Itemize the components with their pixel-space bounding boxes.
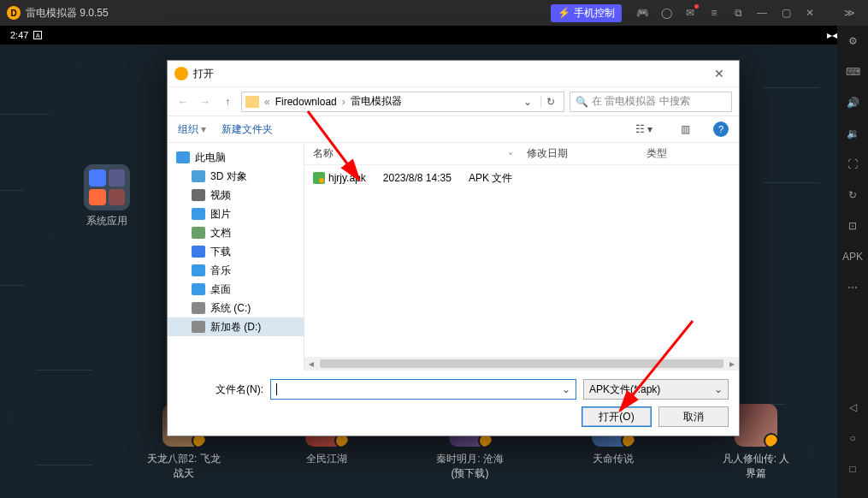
preview-pane-button[interactable]: ▥ xyxy=(672,121,698,138)
tree-item[interactable]: 桌面 xyxy=(168,280,304,299)
filetype-select[interactable]: APK文件(*.apk) ⌄ xyxy=(583,379,729,400)
breadcrumb-segment[interactable]: 雷电模拟器 xyxy=(351,94,402,109)
folder-icon xyxy=(245,96,259,108)
ld-badge-icon xyxy=(764,433,777,447)
file-name: hjrjy.apk xyxy=(328,172,366,184)
search-placeholder: 在 雷电模拟器 中搜索 xyxy=(592,94,690,109)
fullscreen-icon[interactable]: ⛶ xyxy=(842,154,863,175)
breadcrumb-segment[interactable]: Firedownload xyxy=(275,96,337,108)
folder-icon xyxy=(84,164,130,210)
minimize-button[interactable]: — xyxy=(752,3,772,23)
dialog-title: 打开 xyxy=(193,67,706,81)
install-apk-icon[interactable]: APK xyxy=(842,246,863,267)
tree-item[interactable]: 系统 (C:) xyxy=(168,299,304,317)
dialog-close-button[interactable]: ✕ xyxy=(706,67,732,80)
nav-back-button[interactable]: ← xyxy=(174,93,192,110)
organize-button[interactable]: 组织▾ xyxy=(178,122,206,137)
apk-file-icon xyxy=(313,172,325,184)
help-button[interactable]: ? xyxy=(713,122,729,137)
settings-icon[interactable]: ⚙ xyxy=(842,31,863,51)
horizontal-scrollbar[interactable]: ◂ ▸ xyxy=(304,357,739,371)
app-icon xyxy=(735,404,777,447)
bolt-icon: ⚡ xyxy=(558,7,570,19)
filetype-value: APK文件(*.apk) xyxy=(589,382,660,397)
bg-hex xyxy=(0,190,51,286)
scroll-right-icon[interactable]: ▸ xyxy=(725,358,739,370)
nav-forward-button[interactable]: → xyxy=(197,93,214,110)
dialog-bottom: 文件名(N): ⌄ APK文件(*.apk) ⌄ 打开(O) 取消 xyxy=(168,371,739,436)
gamepad-icon[interactable]: 🎮 xyxy=(632,3,652,23)
folder-tree: 此电脑3D 对象视频图片文档下载音乐桌面系统 (C:)新加卷 (D:) xyxy=(168,143,304,371)
caps-indicator: A xyxy=(33,31,42,39)
view-mode-button[interactable]: ☷ ▾ xyxy=(631,121,657,138)
screenshot-icon[interactable]: ⊡ xyxy=(842,216,863,236)
column-headers: 名称˅ 修改日期 类型 xyxy=(304,143,739,165)
app-label: 秦时明月: 沧海 (预下载) xyxy=(432,452,509,481)
keyboard-icon[interactable]: ⌨ xyxy=(842,62,863,82)
search-input[interactable]: 🔍 在 雷电模拟器 中搜索 xyxy=(570,92,732,112)
tree-item[interactable]: 图片 xyxy=(168,205,304,223)
column-type[interactable]: 类型 xyxy=(638,146,723,161)
tree-item[interactable]: 此电脑 xyxy=(168,148,304,167)
nav-up-button[interactable]: ↑ xyxy=(219,93,236,110)
scroll-left-icon[interactable]: ◂ xyxy=(304,358,318,370)
tree-item[interactable]: 下载 xyxy=(168,242,304,261)
tree-item[interactable]: 音乐 xyxy=(168,261,304,280)
doc-icon xyxy=(192,227,205,239)
menu-icon[interactable]: ≡ xyxy=(704,3,724,23)
back-button[interactable]: ◁ xyxy=(842,397,863,418)
pic-icon xyxy=(192,208,205,220)
column-date[interactable]: 修改日期 xyxy=(518,146,638,161)
column-name[interactable]: 名称˅ xyxy=(304,146,518,161)
bg-hex xyxy=(9,370,120,465)
address-dropdown[interactable]: ⌄ xyxy=(520,96,535,108)
phone-control-label: 手机控制 xyxy=(574,6,615,21)
tree-item[interactable]: 新加卷 (D:) xyxy=(168,317,304,336)
dialog-body: 此电脑3D 对象视频图片文档下载音乐桌面系统 (C:)新加卷 (D:) 名称˅ … xyxy=(168,143,739,371)
app-label: 凡人修仙传: 人界篇 xyxy=(717,452,794,481)
emulator-sidebar: ⚙ ⌨ 🔊 🔉 ⛶ ↻ ⊡ APK ⋯ ◁ ○ □ xyxy=(837,26,868,498)
tree-item-label: 系统 (C:) xyxy=(210,301,251,316)
volume-up-icon[interactable]: 🔊 xyxy=(842,92,863,113)
dialog-titlebar: 打开 ✕ xyxy=(168,61,739,86)
file-row[interactable]: hjrjy.apk2023/8/8 14:35APK 文件 xyxy=(304,169,739,187)
tree-item-label: 新加卷 (D:) xyxy=(210,320,261,335)
rotate-icon[interactable]: ↻ xyxy=(842,185,863,205)
chevron-down-icon: ⌄ xyxy=(714,383,723,395)
refresh-button[interactable]: ↻ xyxy=(540,96,560,108)
tree-item[interactable]: 3D 对象 xyxy=(168,167,304,186)
maximize-button[interactable]: ▢ xyxy=(776,3,796,23)
3d-icon xyxy=(192,170,205,182)
new-folder-button[interactable]: 新建文件夹 xyxy=(221,122,273,137)
system-apps-folder[interactable]: 系统应用 xyxy=(84,164,130,228)
filename-dropdown[interactable]: ⌄ xyxy=(562,383,570,395)
app-label: 天龙八部2: 飞龙战天 xyxy=(145,452,222,481)
tree-item-label: 视频 xyxy=(210,188,231,203)
tree-item[interactable]: 视频 xyxy=(168,186,304,205)
more-icon[interactable]: ⋯ xyxy=(842,277,863,298)
app-titlebar: D 雷电模拟器 9.0.55 ⚡ 手机控制 🎮 ◯ ✉ ≡ ⧉ — ▢ ✕ ≫ xyxy=(0,0,868,26)
clock: 2:47 xyxy=(10,30,28,40)
open-button[interactable]: 打开(O) xyxy=(582,406,652,427)
home-button[interactable]: ○ xyxy=(842,428,863,448)
wifi-icon: ▸◂ xyxy=(827,29,837,41)
tree-item[interactable]: 文档 xyxy=(168,223,304,242)
file-type: APK 文件 xyxy=(460,171,521,186)
collapse-sidebar-button[interactable]: ≫ xyxy=(839,3,859,23)
phone-control-button[interactable]: ⚡ 手机控制 xyxy=(551,4,622,22)
scroll-thumb[interactable] xyxy=(320,359,723,368)
tree-item-label: 下载 xyxy=(210,245,231,259)
recent-button[interactable]: □ xyxy=(842,459,863,479)
address-bar[interactable]: « Firedownload › 雷电模拟器 ⌄ ↻ xyxy=(241,92,564,112)
chevron-right-icon: › xyxy=(342,96,345,108)
dialog-logo-icon xyxy=(174,67,188,80)
close-button[interactable]: ✕ xyxy=(800,3,820,23)
user-icon[interactable]: ◯ xyxy=(656,3,676,23)
mail-icon[interactable]: ✉ xyxy=(680,3,700,23)
volume-down-icon[interactable]: 🔉 xyxy=(842,123,863,144)
drv-icon xyxy=(192,321,205,333)
multi-instance-icon[interactable]: ⧉ xyxy=(728,3,748,23)
filename-input[interactable]: ⌄ xyxy=(270,379,576,400)
bg-hex xyxy=(735,87,837,183)
cancel-button[interactable]: 取消 xyxy=(658,406,729,427)
